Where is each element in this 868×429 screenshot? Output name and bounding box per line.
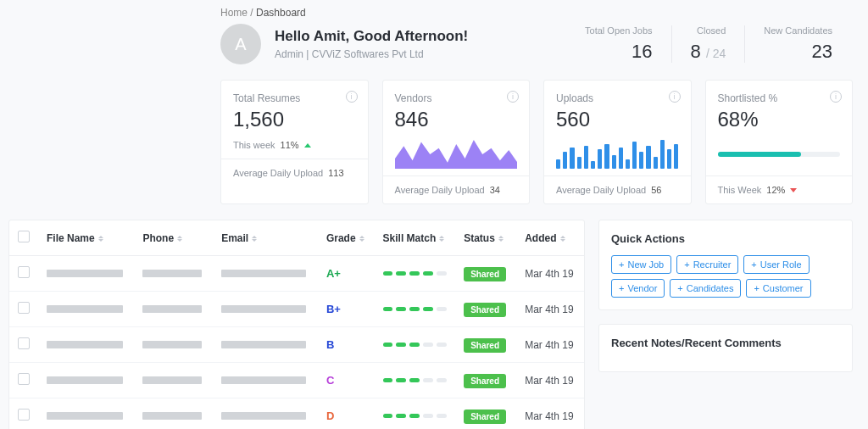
col-file-name[interactable]: File Name	[47, 232, 95, 244]
redacted-text	[142, 270, 202, 277]
quick-action-customer[interactable]: +Customer	[746, 279, 810, 298]
grade-value: D	[326, 410, 334, 422]
redacted-text	[47, 376, 123, 384]
redacted-text	[221, 376, 306, 384]
redacted-text	[142, 412, 202, 420]
col-skill-match[interactable]: Skill Match	[383, 232, 437, 244]
redacted-text	[142, 305, 202, 313]
recent-notes-title: Recent Notes/Recent Comments	[611, 337, 840, 349]
greeting-text: Hello Amit, Good Afternoon!	[275, 28, 468, 45]
card-uploads: i Uploads 560 Average Daily Upload 56	[543, 80, 692, 204]
quick-action-recruiter[interactable]: +Recruiter	[676, 255, 738, 274]
redacted-text	[142, 341, 202, 348]
quick-action-label: Vendor	[627, 283, 657, 293]
card-value: 1,560	[233, 108, 356, 131]
added-date: Mar 4th 19	[516, 327, 584, 363]
recent-notes-card: Recent Notes/Recent Comments	[598, 324, 853, 372]
role-text: Admin | CVViZ Softwares Pvt Ltd	[275, 48, 468, 60]
card-value: 846	[395, 108, 518, 131]
card-footer: Average Daily Upload 56	[544, 176, 691, 203]
skill-match-bar	[383, 414, 448, 418]
row-checkbox[interactable]	[18, 409, 30, 421]
info-icon[interactable]: i	[830, 91, 842, 103]
redacted-text	[221, 305, 306, 313]
row-checkbox[interactable]	[18, 266, 30, 278]
grade-value: A+	[326, 267, 341, 280]
candidates-table: File Name Phone Email Grade Skill Match …	[8, 220, 585, 429]
card-title: Uploads	[556, 92, 679, 104]
status-badge: Shared	[464, 303, 506, 317]
caret-up-icon	[304, 143, 311, 148]
quick-action-vendor[interactable]: +Vendor	[611, 279, 665, 298]
redacted-text	[47, 412, 123, 420]
breadcrumb: Home / Dashboard	[0, 0, 868, 24]
col-grade[interactable]: Grade	[326, 232, 356, 244]
quick-action-label: Recruiter	[693, 259, 732, 270]
row-checkbox[interactable]	[18, 302, 30, 314]
card-value: 68%	[718, 108, 841, 131]
plus-icon: +	[684, 260, 689, 270]
added-date: Mar 4th 19	[516, 398, 584, 430]
card-vendors: i Vendors 846 Average Daily Upload 34	[382, 80, 531, 204]
status-badge: Shared	[464, 410, 506, 424]
info-icon[interactable]: i	[669, 91, 681, 103]
table-row[interactable]: B+SharedMar 4th 19	[9, 292, 584, 327]
open-jobs-value: 16	[585, 41, 653, 63]
redacted-text	[221, 270, 306, 277]
info-icon[interactable]: i	[507, 91, 519, 103]
status-badge: Shared	[464, 374, 506, 388]
card-title: Total Resumes	[233, 92, 356, 104]
redacted-text	[47, 341, 123, 348]
card-shortlisted: i Shortlisted % 68% This Week 12%	[705, 80, 854, 204]
col-phone[interactable]: Phone	[142, 232, 174, 244]
col-status[interactable]: Status	[464, 232, 495, 244]
closed-value: 8 / 24	[691, 41, 726, 63]
plus-icon: +	[619, 284, 624, 293]
stats-row: i Total Resumes 1,560 This week 11% Aver…	[0, 80, 868, 220]
info-icon[interactable]: i	[346, 91, 358, 103]
row-checkbox[interactable]	[18, 337, 30, 349]
caret-down-icon	[790, 188, 797, 192]
quick-action-candidates[interactable]: +Candidates	[670, 279, 741, 298]
grade-value: B+	[326, 303, 341, 315]
col-added[interactable]: Added	[525, 232, 556, 244]
header-row: A Hello Amit, Good Afternoon! Admin | CV…	[0, 24, 868, 80]
quick-action-user-role[interactable]: +User Role	[743, 255, 809, 274]
table-row[interactable]: CSharedMar 4th 19	[9, 363, 584, 398]
table-row[interactable]: A+SharedMar 4th 19	[9, 256, 584, 292]
skill-match-bar	[383, 378, 448, 382]
plus-icon: +	[751, 260, 756, 270]
breadcrumb-home[interactable]: Home	[220, 7, 248, 19]
card-title: Vendors	[395, 92, 518, 104]
new-candidates-label: New Candidates	[764, 25, 832, 36]
redacted-text	[221, 341, 306, 348]
closed-label: Closed	[691, 25, 726, 36]
plus-icon: +	[677, 284, 682, 293]
skill-match-bar	[383, 271, 448, 276]
status-badge: Shared	[464, 338, 506, 353]
redacted-text	[47, 305, 123, 313]
quick-action-new-job[interactable]: +New Job	[611, 255, 671, 274]
card-title: Shortlisted %	[718, 92, 841, 104]
card-subline: This week 11%	[233, 140, 356, 150]
select-all-checkbox[interactable]	[18, 231, 30, 242]
quick-action-label: User Role	[760, 259, 802, 270]
quick-action-label: Candidates	[687, 283, 734, 293]
added-date: Mar 4th 19	[516, 292, 584, 327]
card-total-resumes: i Total Resumes 1,560 This week 11% Aver…	[220, 80, 369, 204]
quick-action-label: New Job	[627, 259, 664, 270]
plus-icon: +	[754, 284, 759, 293]
card-value: 560	[556, 108, 679, 131]
added-date: Mar 4th 19	[516, 256, 584, 292]
quick-action-label: Customer	[763, 283, 804, 293]
added-date: Mar 4th 19	[516, 363, 584, 398]
skill-match-bar	[383, 307, 448, 311]
breadcrumb-current: Dashboard	[256, 7, 306, 19]
table-row[interactable]: BSharedMar 4th 19	[9, 327, 584, 363]
quick-actions-card: Quick Actions +New Job+Recruiter+User Ro…	[598, 220, 853, 310]
avatar[interactable]: A	[220, 24, 261, 64]
bar-chart	[556, 140, 679, 169]
table-row[interactable]: DSharedMar 4th 19	[9, 398, 584, 430]
col-email[interactable]: Email	[221, 232, 248, 244]
row-checkbox[interactable]	[18, 373, 30, 385]
